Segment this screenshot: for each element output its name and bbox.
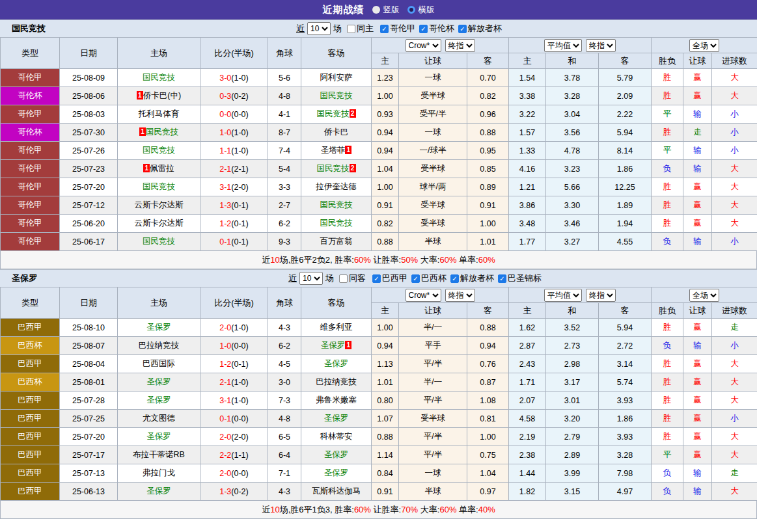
odds-away-cell: 0.81 (467, 410, 509, 428)
result-goals-cell: 大 (712, 392, 757, 410)
match-date: 25-08-03 (60, 105, 118, 124)
avg-draw-cell: 2.79 (546, 428, 599, 446)
away-team: 科林蒂安 (301, 428, 372, 446)
result-goals-cell: 大 (712, 178, 757, 196)
avg-source-select[interactable]: 平均值 (544, 289, 582, 302)
league-checkbox-label: 哥伦杯 (429, 23, 454, 34)
odds-home-cell: 1.13 (372, 355, 399, 373)
avg-away-cell: 8.14 (599, 142, 652, 160)
home-team: 尤文图德 (118, 410, 200, 428)
scope-select[interactable]: 全场 (689, 39, 719, 52)
avg-source-select[interactable]: 平均值 (544, 39, 582, 52)
away-team: 国民竞技 (301, 196, 372, 215)
match-date: 25-07-20 (60, 428, 118, 446)
result-goals-cell: 大 (712, 69, 757, 87)
odds-away-cell: 1.08 (467, 392, 509, 410)
result-handicap-cell: 走 (683, 124, 712, 142)
sub-header-result: 胜负 (652, 303, 683, 319)
col-header-date: 日期 (60, 287, 118, 319)
sub-header-handicap: 让球 (399, 53, 467, 69)
odds-handicap-cell: 一球 (399, 69, 467, 87)
same-venue-checkbox[interactable] (347, 25, 355, 33)
avg-draw-cell: 3.30 (546, 196, 599, 215)
odds-home-cell: 0.84 (372, 464, 399, 483)
result-handicap-cell: 输 (683, 337, 712, 355)
avg-away-cell: 1.86 (599, 160, 652, 178)
away-team: 国民竞技2 (301, 105, 372, 124)
recent-link[interactable]: 近 (288, 273, 297, 284)
col-header-type: 类型 (1, 287, 60, 319)
result-wdl-cell: 胜 (652, 124, 683, 142)
avg-home-cell: 4.16 (509, 160, 546, 178)
games-label: 场 (333, 23, 342, 34)
result-wdl-cell: 平 (652, 446, 683, 464)
odds-home-cell: 0.91 (372, 196, 399, 215)
avg-stage-select[interactable]: 终指 (586, 39, 616, 52)
avg-away-cell: 2.72 (599, 337, 652, 355)
odds-handicap-cell: 球半/两 (399, 178, 467, 196)
corner-cell: 4-1 (268, 105, 301, 124)
sub-header-avg-draw: 和 (546, 53, 599, 69)
league-checkbox[interactable]: ✓ (498, 274, 506, 283)
avg-stage-select[interactable]: 终指 (586, 289, 616, 302)
match-date: 25-08-06 (60, 87, 118, 105)
odds-handicap-cell: 受平/半 (399, 105, 467, 124)
league-checkbox[interactable]: ✓ (372, 274, 381, 283)
corner-cell: 6-4 (268, 446, 301, 464)
odds-away-cell: 0.91 (467, 196, 509, 215)
odds-handicap-cell: 一/球半 (399, 142, 467, 160)
odds-home-cell: 1.07 (372, 410, 399, 428)
result-goals-cell: 大 (712, 196, 757, 215)
result-goals-cell: 小 (712, 105, 757, 124)
games-count-select[interactable]: 10 (307, 22, 331, 35)
avg-away-cell: 4.55 (599, 233, 652, 251)
league-checkbox[interactable]: ✓ (450, 274, 459, 283)
result-goals-cell: 大 (712, 160, 757, 178)
odds-home-cell: 1.00 (372, 319, 399, 337)
recent-link[interactable]: 近 (296, 23, 305, 34)
away-team: 巴拉纳竞技 (301, 373, 372, 392)
result-goals-cell: 小 (712, 410, 757, 428)
avg-draw-cell: 2.98 (546, 355, 599, 373)
match-date: 25-07-12 (60, 196, 118, 215)
odds-away-cell: 0.94 (467, 337, 509, 355)
layout-radio-horizontal[interactable]: 横版 (407, 5, 435, 16)
away-team: 圣保罗 (301, 355, 372, 373)
scope-select[interactable]: 全场 (689, 289, 719, 302)
odds-home-cell: 0.88 (372, 233, 399, 251)
league-checkbox[interactable]: ✓ (419, 25, 428, 33)
odds-stage-select[interactable]: 终指 (445, 289, 475, 302)
league-checkbox[interactable]: ✓ (458, 25, 467, 33)
odds-handicap-cell: 一球 (399, 124, 467, 142)
odds-company-select[interactable]: Crow* (406, 289, 441, 302)
radio-checked-icon[interactable] (407, 6, 415, 14)
away-team: 维多利亚 (301, 319, 372, 337)
league-checkbox[interactable]: ✓ (380, 25, 389, 33)
away-team: 圣保罗 (301, 410, 372, 428)
odds-company-select[interactable]: Crow* (406, 39, 441, 52)
home-team: 1侨卡巴(中) (118, 87, 200, 105)
avg-home-cell: 4.58 (509, 410, 546, 428)
avg-home-cell: 1.71 (509, 373, 546, 392)
radio-unchecked-icon[interactable] (372, 6, 380, 14)
sub-header-odds-home: 主 (372, 303, 399, 319)
sub-header-odds-away: 客 (467, 303, 509, 319)
games-count-select[interactable]: 10 (299, 272, 323, 285)
league-badge: 巴西杯 (1, 373, 60, 392)
layout-radio-vertical[interactable]: 竖版 (372, 5, 400, 16)
league-badge: 哥伦杯 (1, 87, 60, 105)
odds-handicap-cell: 受半球 (399, 410, 467, 428)
home-team: 1佩雷拉 (118, 160, 200, 178)
league-checkbox-label: 巴西甲 (382, 273, 407, 284)
avg-away-cell: 5.94 (599, 319, 652, 337)
match-date: 25-07-20 (60, 178, 118, 196)
league-checkbox[interactable]: ✓ (411, 274, 420, 283)
result-wdl-cell: 负 (652, 233, 683, 251)
match-date: 25-08-04 (60, 355, 118, 373)
summary-row: 近10场,胜6平2负2, 胜率:60% 让胜率:50% 大率:60% 单率:60… (0, 251, 757, 269)
same-venue-checkbox[interactable] (339, 274, 348, 283)
corner-cell: 7-1 (268, 464, 301, 483)
odds-stage-select[interactable]: 终指 (445, 39, 475, 52)
odds-home-cell: 0.82 (372, 215, 399, 233)
home-team: 云斯卡尔达斯 (118, 215, 200, 233)
